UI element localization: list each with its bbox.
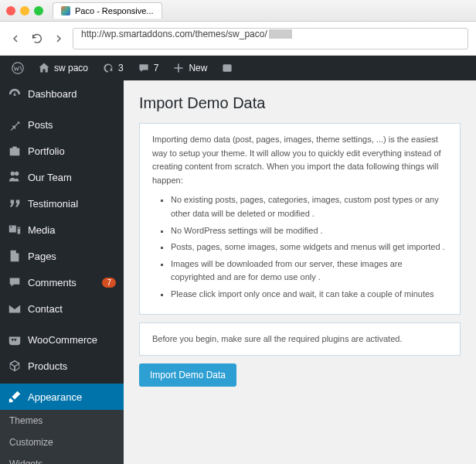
- sidebar-item-our-team[interactable]: Our Team: [0, 164, 124, 190]
- browser-tab[interactable]: Paco - Responsive...: [53, 2, 162, 19]
- brush-icon: [8, 390, 22, 404]
- notice-list-item: Please click import only once and wait, …: [171, 288, 447, 302]
- submenu-item-themes[interactable]: Themes: [0, 410, 124, 432]
- sidebar-item-label: Media: [28, 224, 55, 236]
- sidebar-item-comments[interactable]: Comments7: [0, 269, 124, 295]
- window-controls: [6, 6, 43, 15]
- wp-adminbar: sw paco 3 7 New: [0, 56, 476, 80]
- warning-notice: Before you begin, make sure all the requ…: [139, 322, 461, 357]
- main-content: Import Demo Data Importing demo data (po…: [124, 80, 476, 464]
- sidebar-item-contact[interactable]: Contact: [0, 295, 124, 322]
- sidebar-item-appearance[interactable]: Appearance: [0, 384, 124, 410]
- sidebar-item-posts[interactable]: Posts: [0, 111, 124, 138]
- svg-point-0: [12, 63, 23, 73]
- browser-toolbar: http://wp.smartaddons.com/themes/sw_paco…: [0, 22, 476, 56]
- url-text: http://wp.smartaddons.com/themes/sw_paco…: [81, 29, 267, 39]
- sidebar-item-label: Testimonial: [28, 198, 78, 210]
- close-window-icon[interactable]: [6, 6, 15, 15]
- sidebar-item-label: Dashboard: [28, 88, 77, 100]
- media-icon: [8, 223, 22, 237]
- tab-title: Paco - Responsive...: [75, 6, 154, 15]
- comments-link[interactable]: 7: [132, 56, 165, 80]
- notice-list-item: Posts, pages, some images, some widgets …: [171, 241, 447, 254]
- sidebar-item-label: Comments: [28, 277, 76, 288]
- comment-icon: [8, 275, 22, 289]
- new-content-link[interactable]: New: [167, 56, 212, 80]
- sidebar-item-testimonial[interactable]: Testimonial: [0, 190, 124, 217]
- notice-list-item: Images will be downloaded from our serve…: [171, 258, 447, 285]
- info-notice: Importing demo data (post, pages, images…: [139, 123, 461, 315]
- woo-icon: [8, 333, 22, 346]
- admin-sidebar: DashboardPostsPortfolioOur TeamTestimoni…: [0, 80, 124, 464]
- minimize-window-icon[interactable]: [20, 6, 29, 15]
- sidebar-item-label: Appearance: [28, 391, 82, 403]
- submenu-item-customize[interactable]: Customize: [0, 432, 124, 453]
- sidebar-item-portfolio[interactable]: Portfolio: [0, 138, 124, 164]
- svg-rect-1: [223, 64, 232, 72]
- sidebar-item-woocommerce[interactable]: WooCommerce: [0, 326, 124, 353]
- sidebar-item-products[interactable]: Products: [0, 353, 124, 379]
- reload-button[interactable]: [29, 31, 45, 46]
- mail-icon: [8, 302, 22, 316]
- sidebar-item-label: Products: [28, 360, 67, 372]
- sidebar-item-label: WooCommerce: [28, 334, 97, 346]
- updates-link[interactable]: 3: [97, 56, 129, 80]
- sidebar-item-label: Portfolio: [28, 145, 65, 157]
- gauge-icon: [8, 87, 22, 101]
- address-bar[interactable]: http://wp.smartaddons.com/themes/sw_paco…: [73, 28, 468, 49]
- sidebar-submenu: ThemesCustomizeWidgetsMenusHeaderBackgro…: [0, 410, 124, 464]
- quote-icon: [8, 196, 22, 210]
- site-name-link[interactable]: sw paco: [32, 56, 94, 80]
- sidebar-badge: 7: [102, 278, 116, 288]
- notice-list: No existing posts, pages, categories, im…: [152, 193, 447, 301]
- maximize-window-icon[interactable]: [34, 6, 43, 15]
- sidebar-item-pages[interactable]: Pages: [0, 243, 124, 269]
- notice-list-item: No existing posts, pages, categories, im…: [171, 193, 447, 220]
- forward-button[interactable]: [51, 31, 66, 46]
- pin-icon: [8, 118, 22, 131]
- wp-logo[interactable]: [6, 56, 29, 80]
- sidebar-item-dashboard[interactable]: Dashboard: [0, 80, 124, 107]
- sidebar-item-label: Pages: [28, 251, 56, 262]
- cube-icon: [8, 359, 22, 373]
- portfolio-icon: [8, 144, 22, 158]
- sidebar-item-media[interactable]: Media: [0, 217, 124, 243]
- team-icon: [8, 170, 22, 184]
- page-title: Import Demo Data: [139, 94, 461, 112]
- favicon-icon: [61, 6, 70, 15]
- submenu-item-widgets[interactable]: Widgets: [0, 453, 124, 464]
- warning-text: Before you begin, make sure all the requ…: [152, 334, 402, 343]
- sidebar-item-label: Contact: [28, 303, 63, 315]
- import-demo-button[interactable]: Import Demo Data: [139, 363, 236, 387]
- page-icon: [8, 249, 22, 263]
- browser-titlebar: Paco - Responsive...: [0, 0, 476, 22]
- notice-list-item: No WordPress settings will be modified .: [171, 224, 447, 238]
- url-masked: [269, 29, 292, 39]
- back-button[interactable]: [8, 31, 23, 46]
- sidebar-item-label: Posts: [28, 119, 53, 131]
- seo-icon[interactable]: [216, 56, 239, 80]
- sidebar-item-label: Our Team: [28, 172, 72, 183]
- notice-intro: Importing demo data (post, pages, images…: [152, 133, 447, 187]
